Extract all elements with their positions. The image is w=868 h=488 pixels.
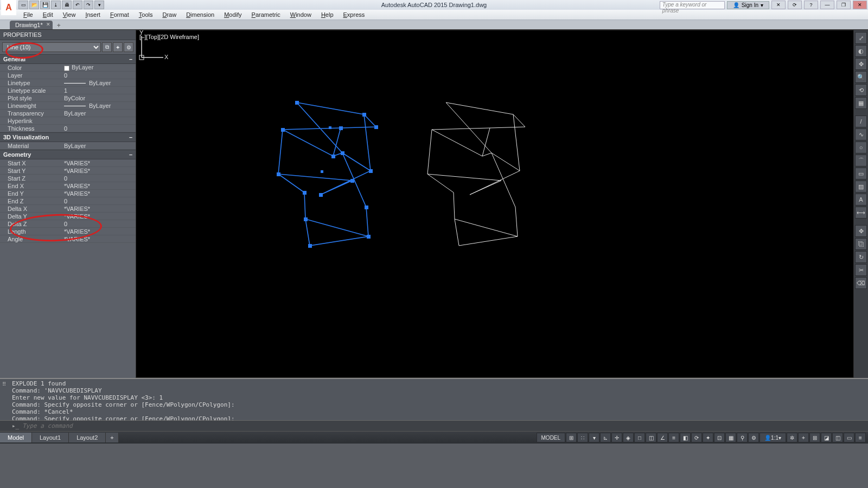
status-annovis-icon[interactable]: ✲	[787, 433, 797, 442]
property-value[interactable]: 0	[62, 198, 136, 204]
window-minimize-button[interactable]: —	[820, 1, 834, 9]
property-value[interactable]: ByLayer	[62, 80, 136, 86]
tool-polyline-icon[interactable]: ∿	[855, 129, 867, 140]
property-row[interactable]: MaterialByLayer	[0, 142, 136, 150]
property-value[interactable]: *VARIES*	[62, 168, 136, 174]
tool-rect-icon[interactable]: ▭	[855, 168, 867, 179]
quick-select-icon[interactable]: ⧉	[102, 42, 112, 52]
qat-redo-icon[interactable]: ↷	[84, 1, 93, 9]
property-value[interactable]: *VARIES*	[62, 228, 136, 235]
nav-wheel-icon[interactable]: ◐	[855, 45, 867, 57]
property-value[interactable]: 0	[62, 175, 136, 182]
status-autoscale-icon[interactable]: +	[798, 433, 809, 442]
menu-parametric[interactable]: Parametric	[247, 10, 285, 19]
qat-more-icon[interactable]: ▾	[94, 1, 104, 9]
qat-new-icon[interactable]: ▭	[18, 1, 28, 9]
select-objects-icon[interactable]: ✦	[113, 42, 123, 52]
qat-print-icon[interactable]: 🖶	[62, 1, 72, 9]
property-value[interactable]: *VARIES*	[62, 190, 136, 197]
menu-file[interactable]: File	[18, 10, 38, 19]
help-search-input[interactable]: Type a keyword or phrase	[660, 1, 725, 9]
window-close-button[interactable]: ✕	[853, 1, 867, 9]
status-polar-icon[interactable]: ✛	[611, 433, 622, 442]
a360-icon[interactable]: ⟳	[788, 1, 802, 9]
ucs-icon[interactable]: Y X	[136, 30, 169, 63]
property-value[interactable]: 0	[62, 125, 136, 132]
property-value[interactable]: 0	[62, 72, 136, 79]
property-row[interactable]: LineweightByLayer	[0, 102, 136, 110]
toggle-pickadd-icon[interactable]: ⚙	[124, 42, 133, 52]
qat-undo-icon[interactable]: ↶	[73, 1, 82, 9]
property-row[interactable]: Linetype scale1	[0, 87, 136, 94]
menu-modify[interactable]: Modify	[219, 10, 246, 19]
tool-dim-icon[interactable]: ⟷	[855, 207, 867, 219]
property-row[interactable]: Angle*VARIES*	[0, 235, 136, 243]
property-value[interactable]: *VARIES*	[62, 206, 136, 212]
tool-move-icon[interactable]: ✥	[855, 225, 867, 237]
status-infer-icon[interactable]: ▾	[589, 433, 599, 442]
status-units-icon[interactable]: ⊞	[809, 433, 820, 442]
tool-text-icon[interactable]: A	[855, 194, 867, 206]
property-row[interactable]: Start Y*VARIES*	[0, 167, 136, 175]
status-3dosnap-icon[interactable]: ◫	[646, 433, 656, 442]
tool-line-icon[interactable]: /	[855, 115, 867, 127]
layout-tab-add[interactable]: +	[106, 433, 118, 442]
property-row[interactable]: End Y*VARIES*	[0, 190, 136, 197]
menu-format[interactable]: Format	[105, 10, 134, 19]
tool-erase-icon[interactable]: ⌫	[855, 277, 867, 289]
property-row[interactable]: Length*VARIES*	[0, 228, 136, 235]
property-row[interactable]: Delta Y*VARIES*	[0, 213, 136, 220]
nav-orbit-icon[interactable]: ⟲	[855, 84, 867, 96]
property-value[interactable]: *VARIES*	[62, 183, 136, 189]
help-icon[interactable]: ?	[804, 1, 818, 9]
tool-trim-icon[interactable]: ✂	[855, 264, 867, 276]
document-tab[interactable]: Drawing1* ✕	[10, 21, 53, 29]
property-value[interactable]: ByLayer	[62, 110, 136, 117]
qat-open-icon[interactable]: 📂	[29, 1, 39, 9]
status-workspace-icon[interactable]: ⚙	[748, 433, 759, 442]
tool-circle-icon[interactable]: ○	[855, 142, 867, 153]
nav-pan-icon[interactable]: ✥	[855, 58, 867, 70]
layout-tab-layout2[interactable]: Layout2	[69, 433, 106, 442]
property-row[interactable]: Delta X*VARIES*	[0, 205, 136, 213]
property-row[interactable]: Start Z0	[0, 175, 136, 182]
status-snap-icon[interactable]: ∷	[577, 433, 588, 442]
status-iso-icon[interactable]: ◈	[623, 433, 634, 442]
nav-zoom-icon[interactable]: 🔍	[855, 71, 867, 83]
layout-tab-model[interactable]: Model	[0, 433, 32, 442]
property-value[interactable]: 0	[62, 221, 136, 227]
close-tab-icon[interactable]: ✕	[46, 22, 50, 27]
app-logo-icon[interactable]: A	[1, 0, 16, 15]
status-grid-icon[interactable]: ⊞	[566, 433, 577, 442]
status-osnap-icon[interactable]: □	[634, 433, 645, 442]
status-gizmo-icon[interactable]: ⚲	[737, 433, 748, 442]
status-ortho-icon[interactable]: ⊾	[600, 433, 611, 442]
property-row[interactable]: ColorByLayer	[0, 64, 136, 72]
section-3d-visualization[interactable]: 3D Visualization–	[0, 132, 136, 142]
menu-tools[interactable]: Tools	[134, 10, 158, 19]
status-modelspace[interactable]: MODEL	[537, 433, 566, 442]
property-value[interactable]: *VARIES*	[62, 236, 136, 242]
property-value[interactable]: 1	[62, 87, 136, 94]
tool-arc-icon[interactable]: ⌒	[855, 155, 867, 166]
property-row[interactable]: Thickness0	[0, 125, 136, 132]
section-general[interactable]: General–	[0, 54, 136, 64]
status-transparency-icon[interactable]: ◧	[680, 433, 691, 442]
status-otrack-icon[interactable]: ∠	[657, 433, 668, 442]
qat-save-icon[interactable]: 💾	[40, 1, 50, 9]
property-value[interactable]: *VARIES*	[62, 160, 136, 166]
signin-button[interactable]: 👤Sign In ▾	[727, 1, 769, 9]
property-row[interactable]: End X*VARIES*	[0, 182, 136, 190]
property-row[interactable]: End Z0	[0, 197, 136, 205]
status-isolate-icon[interactable]: ◫	[832, 433, 843, 442]
status-customize-icon[interactable]: ≡	[855, 433, 866, 442]
qat-saveas-icon[interactable]: ⤓	[51, 1, 61, 9]
menu-edit[interactable]: Edit	[38, 10, 58, 19]
menu-express[interactable]: Express	[339, 10, 370, 19]
cmd-handle-icon[interactable]: ⠿	[2, 381, 6, 387]
property-value[interactable]: ByColor	[62, 95, 136, 101]
property-row[interactable]: Delta Z0	[0, 220, 136, 228]
menu-help[interactable]: Help	[316, 10, 339, 19]
menu-insert[interactable]: Insert	[80, 10, 105, 19]
status-qprops-icon[interactable]: ⊡	[714, 433, 725, 442]
